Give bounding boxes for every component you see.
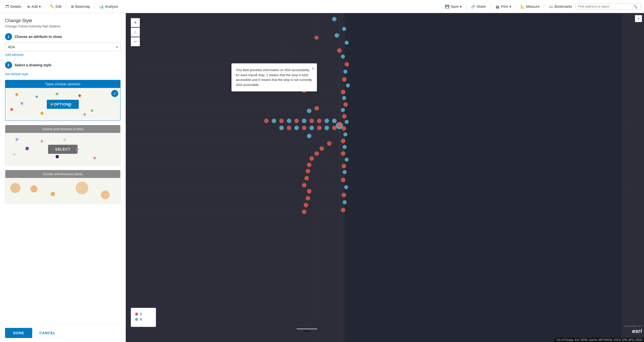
zoom-out-icon: − [134,38,137,45]
sdot3 [76,182,88,194]
add-button[interactable]: ⊕ Add ▾ [25,3,43,10]
save-caret-icon: ▾ [460,5,462,9]
step1-section: 1 Choose an attribute to show ADA ▾ Add … [0,30,126,60]
share-button[interactable]: 🔗 Share [468,3,488,10]
tooltip-close-button[interactable]: × [312,66,314,72]
style-card-size-body [5,178,120,203]
step2-label: Select a drawing style [15,63,51,67]
select-button[interactable]: SELECT [48,145,77,154]
style-card-size[interactable]: Counts and Amounts (Size) [5,170,120,203]
edit-icon: ✏️ [50,5,54,9]
step2-header: 2 Select a drawing style [5,62,120,69]
print-caret-icon: ▾ [509,5,511,9]
attribute-dropdown[interactable]: ADA [5,43,120,51]
analysis-icon: 📊 [99,5,104,9]
zoom-in-button[interactable]: + [131,18,140,27]
cancel-button[interactable]: CANCEL [35,328,59,338]
bookmarks-label: Bookmarks [554,5,572,9]
home-icon: ⌂ [134,30,137,34]
bottom-buttons: DONE CANCEL [0,324,126,342]
zoom-out-button[interactable]: − [131,37,140,46]
divider5 [491,3,491,10]
panel-subtitle: Chicago Transit Authority Rail Stations [5,24,120,28]
dot-purple2 [83,113,86,116]
set-default-link[interactable]: Set default style [5,72,28,76]
cdot4 [25,147,29,150]
share-label: Share [476,5,486,9]
edit-label: Edit [56,5,62,9]
basemap-label: Basemap [75,5,90,9]
scale-label: 4mi [304,329,310,333]
divider1 [45,3,46,10]
sdot1 [10,183,20,193]
style-card-size-header: Counts and Amounts (Size) [5,170,120,178]
details-icon: 🗖 [6,5,9,9]
step2-section: 2 Select a drawing style Set default sty… [0,60,126,78]
done-button[interactable]: DONE [5,328,32,338]
share-icon: 🔗 [471,5,475,9]
legend-item-1: 1 [135,312,152,316]
analysis-label: Analysis [105,5,118,9]
esri-logo: POWERED BY esri [624,325,642,334]
add-icon: ⊕ [27,5,30,9]
tooltip-box: × This field provides information on ADA… [231,63,317,91]
measure-label: Measure [526,5,540,9]
style-card-types-header: Types (Unique symbols) [5,80,120,88]
map-controls: + ⌂ − [131,18,140,46]
dot-blue2 [68,104,71,107]
map-area[interactable]: + ⌂ − × This field provides information … [126,13,644,342]
details-button[interactable]: 🗖 Details [3,3,24,10]
zoom-in-icon: + [134,19,137,26]
dot-orange2 [51,103,53,106]
print-button[interactable]: 🖨️ Print ▾ [493,3,514,10]
basemap-icon: ⊞ [71,5,74,9]
edit-button[interactable]: ✏️ Edit [48,3,64,10]
cdot6 [13,153,16,156]
powered-by-text: POWERED BY [624,325,642,327]
search-icon: 🔍 [633,5,637,9]
style-card-size-title: Counts and Amounts (Size) [43,172,83,176]
style-card-types-body: OPTIONS ✓ [5,88,120,121]
fullscreen-icon: ⤢ [637,17,640,20]
attribute-dropdown-wrapper[interactable]: ADA ▾ [5,43,120,51]
attribution-bar: City of Chicago, Esri, HERE, Garmin, MET… [554,338,644,342]
esri-brand-text: esri [632,328,642,334]
cdot7 [56,155,59,158]
search-input[interactable] [578,5,633,8]
analysis-button[interactable]: 📊 Analysis [97,3,120,10]
legend-dot-0 [135,318,138,321]
dot-orange1 [15,93,18,96]
print-label: Print [501,5,508,9]
dot-green2 [91,109,93,112]
divider3 [95,3,95,10]
fullscreen-button[interactable]: ⤢ [635,15,642,22]
attribution-text: City of Chicago, Esri, HERE, Garmin, MET… [556,338,642,341]
save-button[interactable]: 💾 Save ▾ [442,3,464,10]
dot-blue1 [35,95,38,98]
bookmarks-icon: 📖 [549,5,553,9]
main-layout: Change Style Chicago Transit Authority R… [0,13,644,342]
style-card-color-body: SELECT [5,133,120,166]
cdot2 [41,140,43,143]
add-caret-icon: ▾ [39,5,41,9]
left-panel: Change Style Chicago Transit Authority R… [0,13,126,342]
basemap-button[interactable]: ⊞ Basemap [68,3,93,10]
legend-item-0: 0 [135,317,152,321]
save-label: Save [451,5,459,9]
toolbar-right: 💾 Save ▾ 🔗 Share 🖨️ Print ▾ 📐 Measure 📖 … [442,3,641,10]
dot-green1 [56,92,58,95]
toolbar: 🗖 Details ⊕ Add ▾ ✏️ Edit ⊞ Basemap 📊 An… [0,0,644,13]
search-box[interactable]: 🔍 [576,3,641,10]
style-card-color[interactable]: Counts and Amounts (Color) SELECT [5,125,120,166]
divider4 [466,3,466,10]
add-label: Add [31,5,38,9]
style-card-types[interactable]: Types (Unique symbols) OPTIONS ✓ [5,80,120,121]
dot-red1 [78,94,81,97]
style-card-types-title: Types (Unique symbols) [45,82,80,86]
add-attribute-link[interactable]: Add attribute [5,53,24,57]
home-button[interactable]: ⌂ [131,28,140,37]
bookmarks-button[interactable]: 📖 Bookmarks [546,3,575,10]
measure-button[interactable]: 📐 Measure [518,3,542,10]
dot-purple1 [20,102,23,105]
step1-label: Choose an attribute to show [15,35,62,39]
